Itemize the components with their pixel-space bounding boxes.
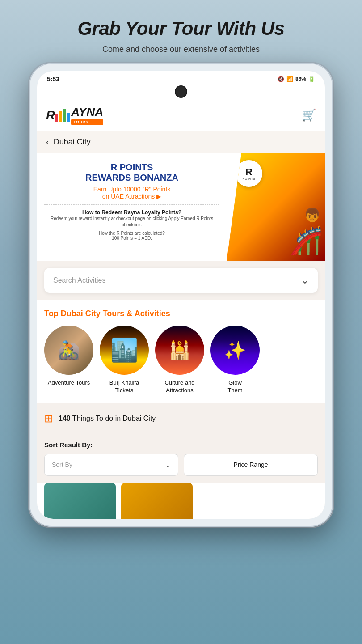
logo-tours-badge: TOURS — [71, 119, 103, 125]
chevron-down-icon: ⌄ — [301, 275, 309, 286]
r-points-badge: R POINTS — [236, 160, 262, 187]
category-culture[interactable]: 🕌 Culture andAttractions — [155, 326, 204, 394]
banner-calc: How the R Points are calculated? 100 Poi… — [44, 231, 219, 241]
cat-img-adventure: 🚵 — [44, 326, 93, 375]
back-arrow[interactable]: ‹ — [46, 137, 49, 147]
sort-label: Sort Result By: — [44, 441, 318, 449]
r-badge-letter: R — [245, 167, 253, 177]
category-label-culture: Culture andAttractions — [164, 379, 194, 394]
things-count: 140 — [59, 415, 71, 422]
search-bar[interactable]: Search Activities ⌄ — [44, 268, 318, 293]
page-title: Grab Your Tour With Us — [77, 18, 284, 39]
card-preview — [37, 483, 325, 519]
logo-area: R AYNA TOURS — [46, 105, 103, 125]
category-burj[interactable]: 🏙️ Burj KhalifaTickets — [100, 326, 149, 394]
binoculars-icon: ⊞ — [44, 412, 53, 425]
logo-bars — [55, 109, 70, 122]
page-subtitle: Come and choose our extensive of activit… — [77, 45, 284, 54]
banner-ride-image: 🎢 — [289, 225, 323, 256]
category-circle-glow: ✨ — [210, 326, 260, 375]
page-header: Grab Your Tour With Us Come and choose o… — [68, 0, 293, 63]
app-header: R AYNA TOURS 🛒 — [37, 100, 325, 131]
adventure-icon: 🚵 — [58, 340, 80, 361]
category-circle-culture: 🕌 — [155, 326, 204, 375]
categories-scroll: 🚵 Adventure Tours 🏙️ Burj KhalifaTickets — [44, 326, 318, 394]
status-time: 5:53 — [47, 76, 59, 83]
search-placeholder: Search Activities — [53, 276, 105, 284]
bar1 — [55, 114, 58, 122]
logo-ayna-text: AYNA — [71, 105, 103, 119]
banner-redeem-text: Redeem your reward instantly at checkout… — [44, 216, 219, 228]
banner-earn: Earn Upto 10000 "R" Points on UAE Attrac… — [44, 186, 219, 200]
categories-section: Top Dubai City Tours & Activities 🚵 Adve… — [37, 300, 325, 403]
things-row: ⊞ 140 Things To do in Dubai City — [44, 412, 318, 425]
banner-person-image: 👦 — [304, 207, 320, 223]
category-circle-adventure: 🚵 — [44, 326, 93, 375]
card-thumb-2[interactable] — [121, 483, 193, 519]
culture-icon: 🕌 — [168, 340, 191, 361]
sort-section: Sort Result By: Sort By ⌄ Price Range — [37, 441, 325, 483]
battery-level: 86% — [295, 76, 306, 82]
things-section: ⊞ 140 Things To do in Dubai City — [37, 403, 325, 441]
section-title: Top Dubai City Tours & Activities — [44, 309, 318, 318]
cart-icon[interactable]: 🛒 — [302, 108, 316, 122]
banner-title1: R POINTS — [44, 162, 219, 173]
burj-icon: 🏙️ — [110, 337, 138, 363]
banner-title2: REWARDS BONANZA — [44, 173, 219, 183]
price-range-button[interactable]: Price Range — [184, 454, 318, 476]
status-bar: 5:53 🔇 📶 86% 🔋 — [37, 71, 325, 85]
banner-right: R POINTS 🎢 👦 — [227, 153, 325, 261]
phone-frame: 5:53 🔇 📶 86% 🔋 R — [29, 63, 333, 527]
wifi-icon: 📶 — [286, 76, 293, 82]
category-label-burj: Burj KhalifaTickets — [109, 379, 139, 394]
glow-icon: ✨ — [224, 340, 246, 361]
sort-by-text: Sort By — [52, 461, 72, 468]
sort-by-dropdown[interactable]: Sort By ⌄ — [44, 454, 178, 476]
banner-left: R POINTS REWARDS BONANZA Earn Upto 10000… — [37, 153, 227, 261]
back-nav: ‹ Dubai City — [37, 131, 325, 153]
price-range-label: Price Range — [233, 461, 268, 468]
status-icons: 🔇 📶 86% 🔋 — [278, 76, 315, 82]
card-thumb-1[interactable] — [44, 483, 116, 519]
city-name: Dubai City — [54, 137, 91, 147]
cat-img-culture: 🕌 — [155, 326, 204, 375]
cat-img-burj: 🏙️ — [100, 326, 149, 375]
banner-redeem-title: How to Redeem Rayna Loyalty Points? — [44, 209, 219, 216]
logo-r-letter: R — [46, 108, 55, 123]
phone-screen: 5:53 🔇 📶 86% 🔋 R — [37, 71, 325, 519]
bottom-strip — [37, 483, 325, 519]
things-text: 140 Things To do in Dubai City — [59, 415, 156, 423]
category-label-glow: GlowThem — [227, 379, 242, 394]
sort-chevron-icon: ⌄ — [165, 461, 171, 469]
cat-img-glow: ✨ — [210, 326, 260, 375]
category-adventure[interactable]: 🚵 Adventure Tours — [44, 326, 93, 394]
banner: R POINTS REWARDS BONANZA Earn Upto 10000… — [37, 153, 325, 261]
r-badge-text: POINTS — [242, 177, 255, 180]
bar3 — [63, 109, 66, 122]
category-circle-burj: 🏙️ — [100, 326, 149, 375]
bar4 — [67, 113, 70, 122]
camera-dot — [175, 85, 187, 98]
bar2 — [59, 111, 62, 122]
battery-icon: 🔋 — [308, 76, 315, 82]
mute-icon: 🔇 — [278, 76, 284, 82]
category-glow[interactable]: ✨ GlowThem — [210, 326, 260, 394]
camera-area — [37, 85, 325, 100]
category-label-adventure: Adventure Tours — [48, 379, 90, 387]
sort-row: Sort By ⌄ Price Range — [44, 454, 318, 476]
search-container: Search Activities ⌄ — [37, 261, 325, 300]
things-label: Things To do in Dubai City — [72, 415, 156, 422]
